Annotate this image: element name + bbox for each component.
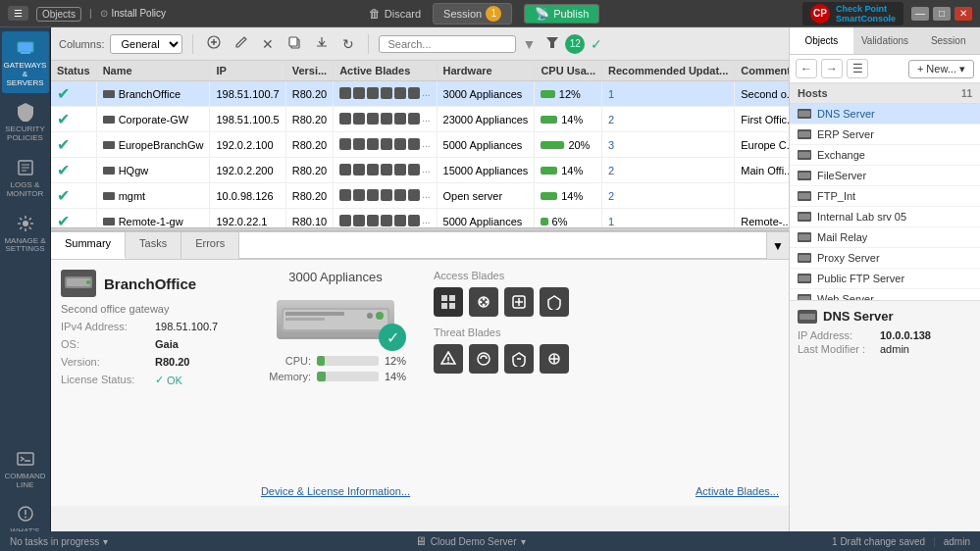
cell-name: EuropeBranchGw: [96, 132, 210, 158]
toolbar: Columns: General ✕ ↻: [51, 27, 789, 61]
status-ok-icon: ✔: [57, 187, 70, 204]
columns-select[interactable]: General: [110, 34, 182, 54]
add-btn[interactable]: [203, 33, 225, 54]
cell-comment: Main Offi...: [735, 158, 789, 183]
status-ok-icon: ✔: [57, 162, 70, 178]
rec-update-link[interactable]: 2: [608, 190, 614, 202]
object-list-item[interactable]: Exchange: [790, 145, 980, 166]
col-name[interactable]: Name: [96, 61, 210, 81]
copy-btn[interactable]: [284, 33, 305, 54]
object-list-item[interactable]: Proxy Server: [790, 248, 980, 269]
table-row[interactable]: ✔Corporate-GW198.51.100.5R80.20 ... 2300…: [51, 107, 789, 132]
nav-forward-btn[interactable]: →: [821, 59, 843, 78]
sidebar-item-manage[interactable]: MANAGE & SETTINGS: [2, 207, 49, 261]
filter-icon[interactable]: ▼: [522, 36, 536, 52]
cell-status: ✔: [51, 158, 96, 183]
tab-summary[interactable]: Summary: [51, 232, 126, 259]
rec-update-link[interactable]: 2: [608, 114, 614, 125]
cell-blades: ...: [334, 183, 437, 209]
export-btn[interactable]: [311, 33, 333, 54]
panel-collapse-btn[interactable]: ▼: [766, 232, 789, 259]
sidebar-item-security[interactable]: SECURITY POLICIES: [2, 95, 49, 149]
blade-threat3-icon[interactable]: [504, 344, 534, 374]
object-list-item[interactable]: Web Server: [790, 289, 980, 300]
publish-btn[interactable]: 📡 Publish: [524, 4, 599, 24]
minimize-btn[interactable]: —: [911, 7, 929, 21]
cell-version: R80.10: [285, 209, 333, 228]
activate-blades-link[interactable]: Activate Blades...: [696, 485, 779, 497]
svg-rect-62: [799, 255, 810, 261]
server-dropdown-icon[interactable]: ▾: [521, 536, 526, 547]
delete-btn[interactable]: ✕: [258, 34, 278, 54]
blade-vpn-icon[interactable]: [540, 287, 569, 317]
tasks-dropdown-icon[interactable]: ▾: [103, 536, 108, 547]
sidebar-item-logs[interactable]: LOGS & MONITOR: [2, 151, 49, 205]
table-row[interactable]: ✔EuropeBranchGw192.0.2.100R80.20 ... 500…: [51, 132, 789, 158]
svg-rect-58: [799, 214, 810, 220]
tab-tasks[interactable]: Tasks: [126, 232, 181, 259]
tasks-label: No tasks in progress: [10, 536, 99, 547]
device-license-link[interactable]: Device & License Information...: [261, 485, 410, 497]
tab-objects[interactable]: Objects: [790, 27, 853, 54]
sidebar-item-gateways[interactable]: GATEWAYS & SERVERS: [2, 31, 49, 93]
new-object-btn[interactable]: + New... ▾: [908, 60, 974, 78]
objects-menu-btn[interactable]: Objects: [36, 8, 81, 20]
search-input[interactable]: [379, 35, 516, 53]
edit-btn[interactable]: [231, 33, 252, 54]
blade-threat1-icon[interactable]: [434, 344, 463, 374]
table-header-row: Status Name IP Versi... Active Blades Ha…: [51, 61, 789, 81]
install-policy-btn[interactable]: ⊙ Install Policy: [100, 8, 167, 19]
col-comment[interactable]: Comment: [735, 61, 789, 81]
tab-errors[interactable]: Errors: [181, 232, 239, 259]
object-list-item[interactable]: ERP Server: [790, 125, 980, 145]
rec-update-link[interactable]: 2: [608, 165, 614, 176]
col-cpu[interactable]: CPU Usa...: [535, 61, 602, 81]
cell-blades: ...: [334, 158, 437, 183]
refresh-btn[interactable]: ↻: [338, 34, 358, 54]
session-btn[interactable]: Session 1: [433, 3, 512, 25]
close-btn[interactable]: ✕: [954, 7, 972, 21]
col-blades[interactable]: Active Blades: [334, 61, 437, 81]
nav-back-btn[interactable]: ←: [796, 59, 817, 78]
top-bar-center: 🗑 Discard Session 1 📡 Publish: [178, 3, 791, 25]
maximize-btn[interactable]: □: [933, 7, 951, 21]
blade-av-icon[interactable]: [504, 287, 534, 317]
table-row[interactable]: ✔BranchOffice198.51.100.7R80.20 ... 3000…: [51, 81, 789, 107]
sidebar-item-cmdline[interactable]: COMMAND LINE: [2, 442, 49, 496]
blade-firewall-icon[interactable]: [434, 287, 463, 317]
col-version[interactable]: Versi...: [285, 61, 333, 81]
cell-status: ✔: [51, 183, 96, 209]
object-list-item[interactable]: Internal Lab srv 05: [790, 207, 980, 227]
blade-threat2-icon[interactable]: [469, 344, 498, 374]
nav-list-btn[interactable]: ☰: [847, 59, 868, 78]
discard-btn[interactable]: 🗑 Discard: [369, 7, 421, 21]
object-list-item[interactable]: FileServer: [790, 166, 980, 186]
object-item-icon: [798, 171, 811, 180]
gateways-table: Status Name IP Versi... Active Blades Ha…: [51, 61, 789, 227]
tab-session-right[interactable]: Session: [916, 27, 980, 54]
tab-validations[interactable]: Validations: [853, 27, 917, 54]
col-status[interactable]: Status: [51, 61, 96, 81]
col-ip[interactable]: IP: [210, 61, 285, 81]
object-list-item[interactable]: Public FTP Server: [790, 269, 980, 289]
table-row[interactable]: ✔HQgw192.0.2.200R80.20 ... 15000 Applian…: [51, 158, 789, 183]
blade-threat4-icon[interactable]: [540, 344, 569, 374]
rec-update-link[interactable]: 1: [608, 88, 614, 100]
blade-icon: [339, 113, 351, 125]
object-list-item[interactable]: DNS Server: [790, 104, 980, 125]
col-rec[interactable]: Recommended Updat...: [602, 61, 735, 81]
rec-update-link[interactable]: 3: [608, 139, 614, 151]
col-hardware[interactable]: Hardware: [437, 61, 535, 81]
table-row[interactable]: ✔mgmt10.0.98.126R80.20 ... Open server 1…: [51, 183, 789, 209]
object-list-item[interactable]: Mail Relay: [790, 227, 980, 248]
cell-hardware: 23000 Appliances: [437, 107, 535, 132]
svg-rect-50: [799, 131, 810, 137]
app-menu-btn[interactable]: ☰: [8, 6, 28, 21]
access-blades-label: Access Blades: [434, 270, 779, 281]
rec-update-link[interactable]: 1: [608, 216, 614, 227]
blade-ips-icon[interactable]: [469, 287, 498, 317]
table-row[interactable]: ✔Remote-1-gw192.0.22.1R80.10 ... 5000 Ap…: [51, 209, 789, 228]
blade-icon: [353, 189, 365, 201]
object-list-item[interactable]: FTP_Int: [790, 186, 980, 207]
gw-type-icon: [103, 218, 115, 225]
